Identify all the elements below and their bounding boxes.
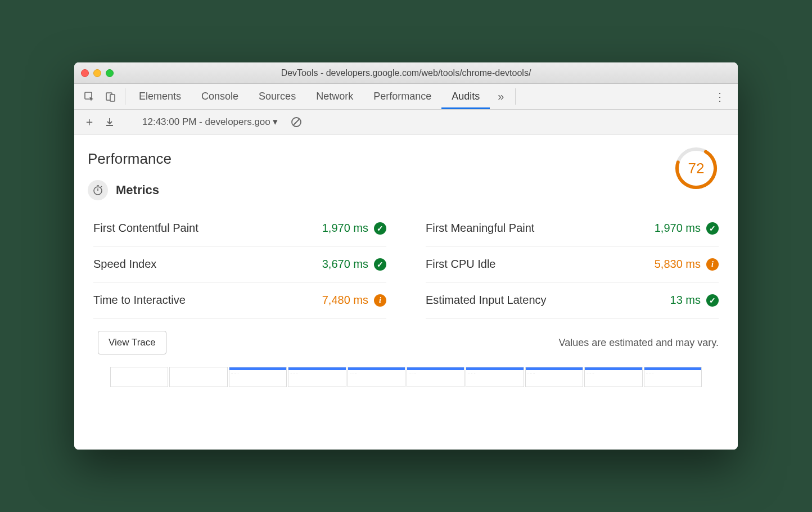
filmstrip-frame[interactable] — [644, 367, 702, 387]
metric-label: First CPU Idle — [426, 258, 495, 271]
filmstrip-frame[interactable] — [407, 367, 464, 387]
divider — [125, 88, 125, 105]
window-title: DevTools - developers.google.com/web/too… — [74, 68, 738, 78]
devtools-window: DevTools - developers.google.com/web/too… — [74, 62, 738, 450]
performance-score-gauge: 72 — [674, 146, 719, 191]
audit-report: Performance 72 Metrics First Contentful … — [74, 134, 738, 450]
dropdown-chevron-icon: ▾ — [273, 116, 278, 128]
maximize-window-button[interactable] — [106, 69, 114, 77]
tab-console[interactable]: Console — [191, 84, 249, 109]
metric-row: First Meaningful Paint 1,970 ms ✓ — [426, 210, 719, 246]
filmstrip-frame[interactable] — [348, 367, 405, 387]
tab-elements[interactable]: Elements — [129, 84, 191, 109]
divider — [515, 88, 516, 105]
section-title: Performance — [88, 150, 724, 168]
metric-row: Estimated Input Latency 13 ms ✓ — [426, 282, 719, 318]
metric-label: First Meaningful Paint — [426, 222, 534, 235]
tab-performance[interactable]: Performance — [363, 84, 441, 109]
audits-toolbar: ＋ 12:43:00 PM - developers.goo ▾ — [74, 110, 738, 134]
metric-value: 5,830 ms i — [655, 258, 719, 271]
new-audit-button[interactable]: ＋ — [81, 114, 98, 131]
minimize-window-button[interactable] — [93, 69, 101, 77]
close-window-button[interactable] — [81, 69, 89, 77]
stopwatch-icon — [88, 180, 108, 200]
performance-score-value: 72 — [674, 146, 719, 191]
svg-rect-2 — [110, 95, 115, 101]
devtools-tabbar: Elements Console Sources Network Perform… — [74, 84, 738, 110]
tab-audits[interactable]: Audits — [441, 84, 490, 109]
metrics-header: Metrics — [88, 180, 724, 200]
metric-value: 1,970 ms ✓ — [655, 222, 719, 235]
metric-row: First Contentful Paint 1,970 ms ✓ — [93, 210, 386, 246]
filmstrip-frame[interactable] — [169, 367, 227, 387]
metric-label: Speed Index — [93, 258, 156, 271]
window-titlebar: DevTools - developers.google.com/web/too… — [74, 62, 738, 84]
settings-kebab-icon[interactable]: ⋮ — [706, 84, 733, 109]
footer-note: Values are estimated and may vary. — [559, 337, 719, 349]
metrics-footer: View Trace Values are estimated and may … — [88, 318, 724, 367]
metric-value: 3,670 ms ✓ — [322, 258, 386, 271]
tab-network[interactable]: Network — [306, 84, 363, 109]
check-icon: ✓ — [706, 294, 719, 307]
metric-row: First CPU Idle 5,830 ms i — [426, 246, 719, 282]
filmstrip — [88, 367, 724, 387]
filmstrip-frame[interactable] — [466, 367, 524, 387]
download-report-button[interactable] — [101, 114, 118, 131]
tab-sources[interactable]: Sources — [249, 84, 306, 109]
check-icon: ✓ — [706, 222, 719, 235]
filmstrip-frame[interactable] — [584, 367, 642, 387]
traffic-lights — [81, 69, 114, 77]
audit-run-label: 12:43:00 PM - developers.goo — [142, 116, 270, 128]
metric-value: 13 ms ✓ — [670, 294, 719, 307]
more-tabs-button[interactable]: » — [490, 84, 512, 109]
metric-value: 1,970 ms ✓ — [322, 222, 386, 235]
metric-row: Time to Interactive 7,480 ms i — [93, 282, 386, 318]
filmstrip-frame[interactable] — [110, 367, 168, 387]
device-toggle-icon[interactable] — [100, 84, 121, 109]
metric-row: Speed Index 3,670 ms ✓ — [93, 246, 386, 282]
info-icon: i — [706, 258, 719, 271]
metric-value: 7,480 ms i — [322, 294, 386, 307]
metric-label: Time to Interactive — [93, 294, 186, 307]
filmstrip-frame[interactable] — [229, 367, 287, 387]
clear-audit-button[interactable] — [288, 114, 305, 131]
check-icon: ✓ — [374, 222, 386, 235]
view-trace-button[interactable]: View Trace — [98, 331, 166, 354]
inspect-element-icon[interactable] — [79, 84, 100, 109]
filmstrip-frame[interactable] — [525, 367, 583, 387]
metrics-heading: Metrics — [116, 183, 159, 197]
metrics-grid: First Contentful Paint 1,970 ms ✓ First … — [88, 210, 724, 318]
filmstrip-frame[interactable] — [288, 367, 346, 387]
audit-run-selector[interactable]: 12:43:00 PM - developers.goo ▾ — [138, 114, 282, 130]
info-icon: i — [374, 294, 386, 307]
metric-label: First Contentful Paint — [93, 222, 199, 235]
metric-label: Estimated Input Latency — [426, 294, 547, 307]
check-icon: ✓ — [374, 258, 386, 271]
